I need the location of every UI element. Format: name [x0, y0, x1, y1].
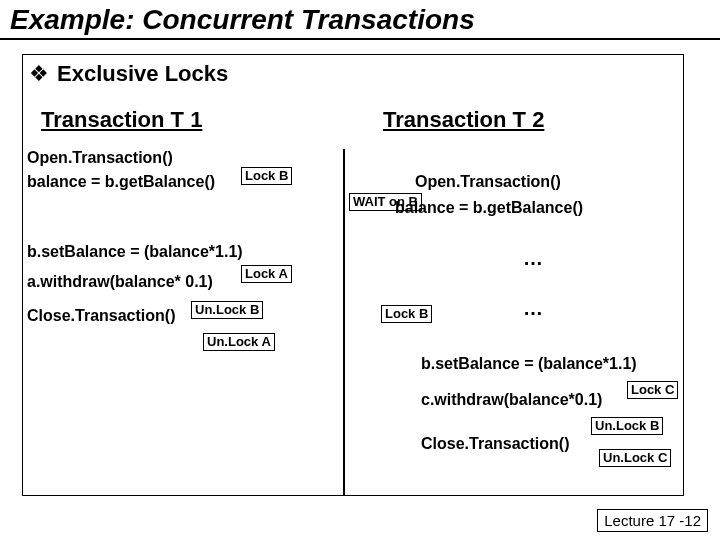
t1-withdraw: a.withdraw(balance* 0.1): [27, 273, 213, 291]
t2-getbalance: balance = b.getBalance(): [395, 199, 583, 217]
bullet-text: Exclusive Locks: [57, 61, 228, 87]
t1-open: Open.Transaction(): [27, 149, 173, 167]
t2-setbalance: b.setBalance = (balance*1.1): [421, 355, 637, 373]
t1-getbalance: balance = b.getBalance(): [27, 173, 215, 191]
t1-setbalance: b.setBalance = (balance*1.1): [27, 243, 243, 261]
bullet-row: ❖ Exclusive Locks: [29, 61, 228, 87]
t2-unlock-c: Un.Lock C: [599, 449, 671, 467]
t1-lock-b: Lock B: [241, 167, 292, 185]
t2-unlock-b: Un.Lock B: [591, 417, 663, 435]
t2-close: Close.Transaction(): [421, 435, 569, 453]
t1-unlock-a: Un.Lock A: [203, 333, 275, 351]
t1-unlock-b: Un.Lock B: [191, 301, 263, 319]
t2-header: Transaction T 2: [383, 107, 544, 133]
t2-withdraw: c.withdraw(balance*0.1): [421, 391, 602, 409]
lecture-footer: Lecture 17 -12: [597, 509, 708, 532]
t1-header: Transaction T 1: [41, 107, 202, 133]
t2-open: Open.Transaction(): [415, 173, 561, 191]
t2-lock-c: Lock C: [627, 381, 678, 399]
diamond-icon: ❖: [29, 61, 49, 87]
t2-lock-b: Lock B: [381, 305, 432, 323]
t1-close: Close.Transaction(): [27, 307, 175, 325]
slide-title: Example: Concurrent Transactions: [0, 0, 720, 40]
t2-ellipsis-2: …: [523, 297, 543, 320]
t2-ellipsis-1: …: [523, 247, 543, 270]
content-frame: ❖ Exclusive Locks Transaction T 1 Transa…: [22, 54, 684, 496]
timeline-divider: [343, 149, 345, 495]
t1-lock-a: Lock A: [241, 265, 292, 283]
